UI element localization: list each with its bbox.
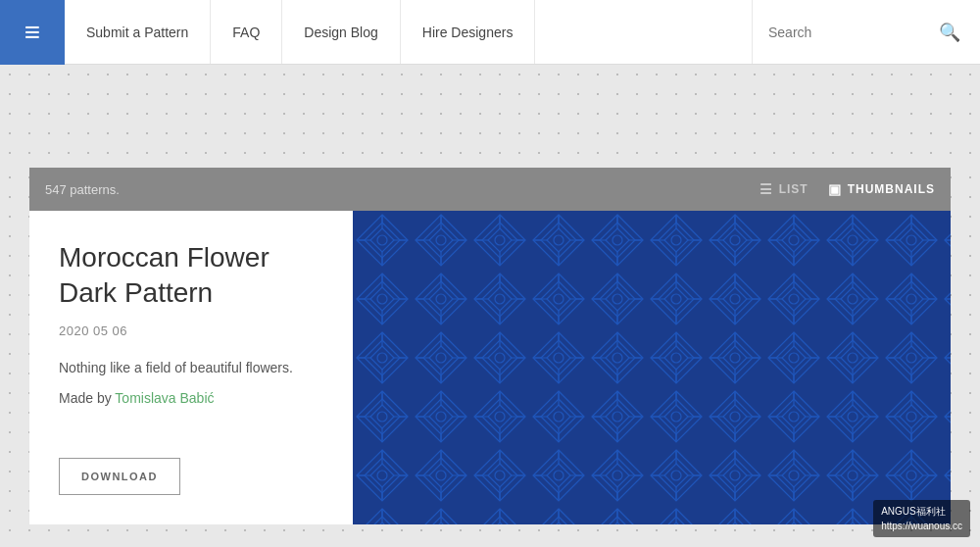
download-button[interactable]: DOWNLOAD xyxy=(59,458,180,495)
pattern-description: Nothing like a field of beautiful flower… xyxy=(59,358,323,378)
pattern-date: 2020 05 06 xyxy=(59,323,323,338)
nav-item-hire-designers[interactable]: Hire Designers xyxy=(401,0,536,64)
pattern-author: Made by Tomislava Babić xyxy=(59,390,323,406)
toolbar-bar: 547 patterns. ☰ LIST ▣ THUMBNAILS xyxy=(29,168,951,211)
author-link[interactable]: Tomislava Babić xyxy=(115,390,214,406)
thumbnails-view-toggle[interactable]: ▣ THUMBNAILS xyxy=(828,181,935,197)
pattern-preview xyxy=(353,211,951,524)
pattern-card: Moroccan Flower Dark Pattern 2020 05 06 … xyxy=(29,211,951,524)
site-header: ≡ Submit a Pattern FAQ Design Blog Hire … xyxy=(0,0,980,65)
view-toggles: ☰ LIST ▣ THUMBNAILS xyxy=(760,181,935,197)
nav-item-faq[interactable]: FAQ xyxy=(211,0,282,64)
patterns-count: 547 patterns. xyxy=(45,182,760,197)
pattern-title: Moroccan Flower Dark Pattern xyxy=(59,240,323,312)
nav-item-design-blog[interactable]: Design Blog xyxy=(282,0,401,64)
pattern-info: Moroccan Flower Dark Pattern 2020 05 06 … xyxy=(29,211,353,524)
search-box: 🔍 xyxy=(752,0,980,64)
hero-area xyxy=(0,65,980,168)
content-area: 547 patterns. ☰ LIST ▣ THUMBNAILS Morocc… xyxy=(0,168,980,547)
search-icon: 🔍 xyxy=(939,23,960,42)
search-button[interactable]: 🔍 xyxy=(935,18,964,47)
search-input[interactable] xyxy=(768,25,935,40)
watermark: ANGUS福利社 https://wuanous.cc xyxy=(873,500,970,537)
logo-icon: ≡ xyxy=(24,19,40,46)
list-icon: ☰ xyxy=(760,181,773,197)
nav-item-submit[interactable]: Submit a Pattern xyxy=(65,0,211,64)
logo[interactable]: ≡ xyxy=(0,0,65,65)
list-view-toggle[interactable]: ☰ LIST xyxy=(760,181,808,197)
grid-icon: ▣ xyxy=(828,181,842,197)
main-nav: Submit a Pattern FAQ Design Blog Hire De… xyxy=(65,0,752,64)
svg-rect-11 xyxy=(353,211,951,524)
moroccan-pattern-svg xyxy=(353,211,951,524)
